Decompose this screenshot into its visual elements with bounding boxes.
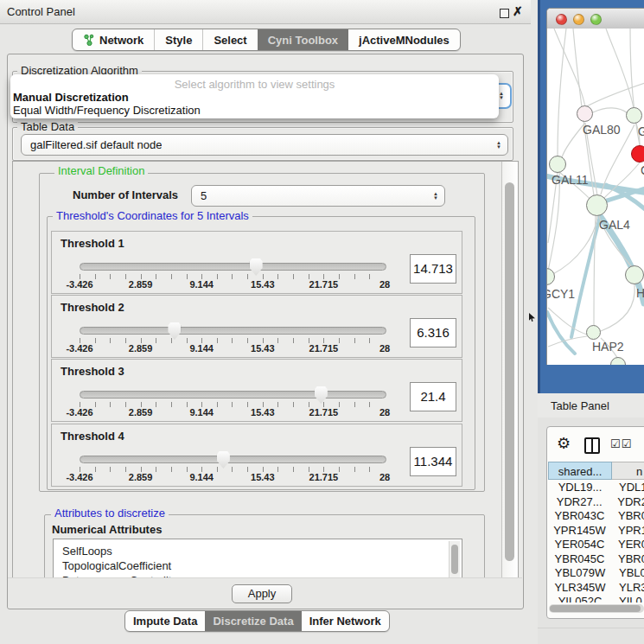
table-row[interactable]: YIL052CYIL0 bbox=[548, 595, 644, 603]
table-row[interactable]: YBR045CYBR0 bbox=[548, 552, 644, 567]
table-row[interactable]: YER054CYER0 bbox=[548, 538, 644, 552]
network-node[interactable] bbox=[549, 156, 566, 173]
network-canvas[interactable]: GAL80 GA C GAL11 GAL4 GCY1 H HAP2 bbox=[547, 29, 644, 365]
network-node[interactable] bbox=[577, 105, 593, 122]
list-scrollbar-thumb[interactable] bbox=[451, 545, 458, 574]
tab-impute-data[interactable]: Impute Data bbox=[125, 611, 205, 631]
threshold-value-field[interactable]: 11.344 bbox=[410, 447, 456, 476]
cell[interactable]: YER0 bbox=[611, 538, 644, 552]
cell[interactable]: YBR045C bbox=[548, 552, 611, 567]
slider-track[interactable] bbox=[80, 327, 386, 335]
popup-option-manual[interactable]: Manual Discretization bbox=[13, 91, 129, 104]
popup-option-equal-width[interactable]: Equal Width/Frequency Discretization bbox=[13, 104, 201, 117]
table-horizontal-scrollbar[interactable] bbox=[549, 604, 644, 613]
slider-track[interactable] bbox=[80, 456, 386, 463]
combo-arrows-icon: ▲▼ bbox=[499, 92, 504, 100]
cell[interactable]: YPR1 bbox=[611, 524, 644, 539]
divider bbox=[538, 628, 644, 628]
list-item[interactable]: TopologicalCoefficient bbox=[54, 558, 462, 573]
settings-scrollbar[interactable] bbox=[501, 162, 518, 577]
slider[interactable]: -3.426 2.859 9.144 15.43 21.715 28 bbox=[80, 232, 385, 293]
minimize-traffic-light[interactable] bbox=[573, 14, 584, 25]
cell[interactable]: YER054C bbox=[548, 538, 611, 552]
tick-label: 15.43 bbox=[251, 279, 275, 290]
number-of-intervals-label: Number of Intervals bbox=[73, 188, 178, 201]
table-row[interactable]: YLR345WYLR3 bbox=[548, 581, 644, 596]
settings-scrollbar-thumb[interactable] bbox=[505, 182, 514, 561]
table-horizontal-scrollbar-thumb[interactable] bbox=[550, 605, 641, 612]
network-window-titlebar[interactable] bbox=[547, 9, 644, 29]
tick-label: 2.859 bbox=[129, 472, 153, 482]
network-node[interactable] bbox=[586, 325, 601, 340]
threshold-value-field[interactable]: 6.316 bbox=[410, 318, 456, 348]
cell[interactable]: YIL052C bbox=[548, 595, 612, 603]
cell[interactable]: YPR145W bbox=[548, 524, 611, 539]
slider[interactable]: -3.426 2.859 9.144 15.43 21.715 28 bbox=[80, 424, 385, 486]
tab-infer-network[interactable]: Infer Network bbox=[302, 611, 389, 631]
table-row[interactable]: YDR27...YDR2 bbox=[548, 495, 644, 510]
network-node[interactable] bbox=[625, 265, 644, 284]
panel-title: Control Panel bbox=[7, 5, 75, 18]
network-node[interactable] bbox=[586, 194, 608, 216]
tab-jactivemnodules[interactable]: jActiveMNodules bbox=[348, 29, 460, 50]
slider-thumb[interactable] bbox=[315, 386, 328, 404]
table-row[interactable]: YBL079WYBL0 bbox=[548, 566, 644, 581]
tab-label: Select bbox=[214, 34, 246, 47]
tab-select[interactable]: Select bbox=[202, 29, 257, 50]
slider[interactable]: -3.426 2.859 9.144 15.43 21.715 28 bbox=[80, 296, 385, 357]
table-row[interactable]: YPR145WYPR1 bbox=[548, 524, 644, 539]
cell[interactable]: YDR2 bbox=[610, 495, 644, 510]
column-header-name[interactable]: n bbox=[612, 462, 644, 480]
node-label: GA bbox=[638, 124, 644, 138]
tab-network[interactable]: Network bbox=[73, 29, 154, 50]
network-window[interactable]: GAL80 GA C GAL11 GAL4 GCY1 H HAP2 bbox=[546, 8, 644, 365]
number-of-intervals-combobox[interactable]: 5 ▲▼ bbox=[191, 185, 445, 207]
tab-discretize-data[interactable]: Discretize Data bbox=[205, 611, 301, 631]
cell[interactable]: YLR3 bbox=[612, 581, 644, 596]
select-columns-icon[interactable]: ☑☑ bbox=[610, 437, 632, 450]
close-icon[interactable]: ✗ bbox=[513, 4, 523, 18]
cell[interactable]: YBL0 bbox=[612, 566, 644, 581]
cell[interactable]: YLR345W bbox=[548, 581, 612, 596]
threshold-value-field[interactable]: 14.713 bbox=[410, 254, 456, 284]
cell[interactable]: YBR043C bbox=[548, 509, 611, 524]
slider[interactable]: -3.426 2.859 9.144 15.43 21.715 28 bbox=[80, 360, 385, 421]
tick-label: 2.859 bbox=[129, 279, 153, 290]
column-header-shared-name[interactable]: shared... bbox=[548, 462, 612, 480]
threshold-row: Threshold 2 -3.426 2.859 9.144 15.43 21.… bbox=[51, 295, 462, 358]
tab-cyni-toolbox[interactable]: Cyni Toolbox bbox=[258, 29, 348, 50]
tick-label: 9.144 bbox=[189, 343, 214, 354]
node-label: GAL80 bbox=[583, 123, 621, 137]
slider-track[interactable] bbox=[80, 263, 386, 271]
tab-style[interactable]: Style bbox=[154, 29, 202, 50]
cell[interactable]: YDL19... bbox=[548, 481, 612, 495]
apply-button[interactable]: Apply bbox=[232, 584, 292, 603]
zoom-traffic-light[interactable] bbox=[590, 14, 602, 25]
column-layout-icon[interactable] bbox=[584, 437, 600, 454]
slider-thumb[interactable] bbox=[217, 451, 230, 469]
tick-label: 9.144 bbox=[189, 279, 214, 290]
threshold-row: Threshold 1 -3.426 2.859 9.144 15.43 21.… bbox=[51, 231, 462, 294]
list-item[interactable]: SelfLoops bbox=[54, 544, 462, 558]
float-window-icon[interactable] bbox=[500, 9, 509, 18]
cell[interactable]: YIL0 bbox=[612, 595, 642, 603]
slider-track[interactable] bbox=[80, 391, 386, 399]
close-traffic-light[interactable] bbox=[556, 14, 567, 25]
cell[interactable]: YDR27... bbox=[548, 495, 610, 510]
network-node[interactable] bbox=[626, 107, 642, 124]
slider-thumb[interactable] bbox=[168, 322, 181, 340]
table-data-combobox[interactable]: galFiltered.sif default node ▲▼ bbox=[21, 134, 508, 156]
numerical-attributes-list[interactable]: SelfLoops TopologicalCoefficient Between… bbox=[53, 539, 462, 578]
cell[interactable]: YDL1 bbox=[612, 481, 644, 495]
network-node[interactable] bbox=[631, 145, 644, 163]
table-row[interactable]: YBR043CYBR0 bbox=[548, 509, 644, 524]
list-scrollbar[interactable] bbox=[449, 541, 460, 578]
tick-label: 28 bbox=[379, 343, 390, 354]
cell[interactable]: YBR0 bbox=[611, 509, 644, 524]
table-row[interactable]: YDL19...YDL1 bbox=[548, 481, 644, 495]
slider-thumb[interactable] bbox=[250, 258, 263, 276]
cell[interactable]: YBL079W bbox=[548, 566, 612, 581]
threshold-value-field[interactable]: 21.4 bbox=[410, 382, 456, 411]
cell[interactable]: YBR0 bbox=[611, 552, 644, 567]
gear-icon[interactable]: ⚙ bbox=[557, 434, 571, 453]
